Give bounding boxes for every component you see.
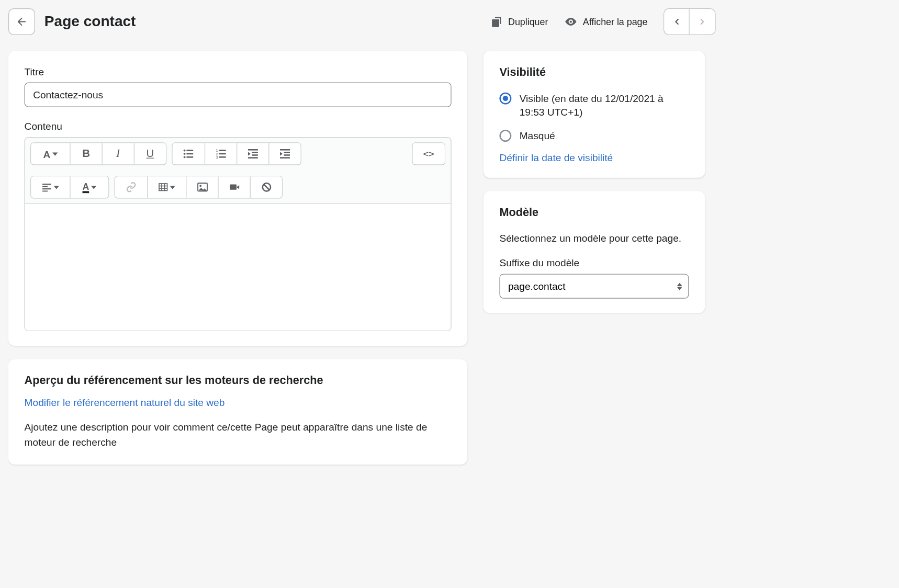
block-icon [261,182,272,193]
rte-toolbar: A B I U 123 [25,138,451,203]
outdent-icon [248,149,258,159]
video-icon [229,182,239,193]
svg-rect-31 [230,185,237,190]
rte-color-button[interactable]: A [70,176,108,198]
rte-group-text: A B I U [30,142,166,165]
svg-rect-22 [42,188,51,189]
rte-table-button[interactable] [147,176,186,198]
rte-outdent-button[interactable] [237,143,268,165]
svg-rect-23 [42,190,47,191]
svg-rect-20 [42,184,51,185]
caret-down-icon [91,186,96,189]
main-column: Titre Contenu A B I U [8,51,467,465]
svg-point-30 [199,185,201,187]
rte-link-button[interactable] [115,176,147,198]
seo-card: Aperçu du référencement sur les moteurs … [8,359,467,465]
radio-hidden[interactable] [499,130,511,142]
rte-bold-button[interactable]: B [70,143,102,165]
set-visibility-date-link[interactable]: Définir la date de visibilité [499,152,689,163]
text-color-icon: A [82,182,89,193]
rte-ordered-list-button[interactable]: 123 [205,143,237,165]
template-description: Sélectionnez un modèle pour cette page. [499,231,689,245]
svg-rect-9 [219,153,226,155]
pager-next-button[interactable] [690,9,715,34]
rte-indent-button[interactable] [268,143,300,165]
content-card: Titre Contenu A B I U [8,51,467,346]
svg-rect-18 [284,154,289,156]
visibility-hidden-row[interactable]: Masqué [499,129,689,143]
template-suffix-select[interactable]: page.contact [499,274,689,298]
view-page-label: Afficher la page [583,16,648,27]
align-left-icon [42,183,51,192]
svg-rect-5 [186,156,193,158]
link-icon [126,182,136,193]
rte-clear-button[interactable] [250,176,282,198]
radio-visible[interactable] [499,93,511,105]
page-header: Page contact Dupliquer Afficher la page [8,8,716,35]
back-button[interactable] [8,8,35,35]
visibility-visible-row[interactable]: Visible (en date du 12/01/2021 à 19:53 U… [499,91,689,119]
title-input[interactable] [25,83,452,107]
rte-align-button[interactable] [31,176,70,198]
pager [664,8,715,35]
italic-icon: I [116,147,120,161]
content-field: Contenu A B I U [25,120,452,331]
svg-point-0 [184,150,186,152]
template-select-wrap: page.contact [499,274,689,298]
visibility-heading: Visibilité [499,66,689,79]
side-column: Visibilité Visible (en date du 12/01/202… [484,51,705,465]
duplicate-label: Dupliquer [508,16,548,27]
seo-description: Ajoutez une description pour voir commen… [25,420,452,450]
seo-heading: Aperçu du référencement sur les moteurs … [25,374,452,388]
arrow-left-icon [16,16,28,28]
svg-rect-24 [159,184,167,190]
rte-underline-button[interactable]: U [134,143,166,165]
heading-icon: A [43,148,50,160]
bold-icon: B [82,148,90,160]
view-page-button[interactable]: Afficher la page [564,15,647,29]
template-heading: Modèle [499,206,689,219]
rte-group-list: 123 [172,142,301,165]
svg-rect-11 [219,156,226,158]
rte-video-button[interactable] [218,176,250,198]
svg-line-33 [264,185,269,190]
rte-body[interactable] [25,204,451,331]
svg-rect-3 [186,153,193,155]
duplicate-icon [491,16,503,28]
content-label: Contenu [25,120,452,132]
eye-icon [564,15,578,29]
rte-heading-button[interactable]: A [31,143,70,165]
svg-rect-7 [219,150,226,151]
rte-html-button[interactable]: <> [413,143,445,165]
svg-point-2 [184,153,186,155]
duplicate-button[interactable]: Dupliquer [491,16,548,28]
title-field: Titre [25,66,452,107]
svg-rect-17 [284,152,289,153]
visibility-card: Visibilité Visible (en date du 12/01/202… [484,51,705,178]
page-title: Page contact [44,13,481,30]
underline-icon: U [147,148,154,160]
rte-group-insert [115,176,283,198]
radio-hidden-label: Masqué [520,129,555,143]
rte-group-align: A [30,176,109,198]
rte-image-button[interactable] [186,176,218,198]
rte-bullet-list-button[interactable] [173,143,205,165]
pager-prev-button[interactable] [664,9,689,34]
bullet-list-icon [183,149,194,159]
seo-edit-link[interactable]: Modifier le référencement naturel du sit… [25,397,452,408]
rte-italic-button[interactable]: I [102,143,134,165]
header-actions: Dupliquer Afficher la page [491,8,716,35]
indent-icon [279,149,290,159]
caret-down-icon [170,186,175,189]
svg-rect-21 [42,186,47,187]
svg-text:3: 3 [216,155,218,159]
chevron-left-icon [672,17,681,27]
rich-text-editor: A B I U 123 [25,137,452,331]
template-suffix-label: Suffixe du modèle [499,257,689,269]
title-label: Titre [25,66,452,77]
template-card: Modèle Sélectionnez un modèle pour cette… [484,191,705,313]
code-icon: <> [423,149,434,159]
svg-rect-16 [279,149,289,151]
caret-down-icon [52,152,58,155]
layout: Titre Contenu A B I U [8,51,716,465]
